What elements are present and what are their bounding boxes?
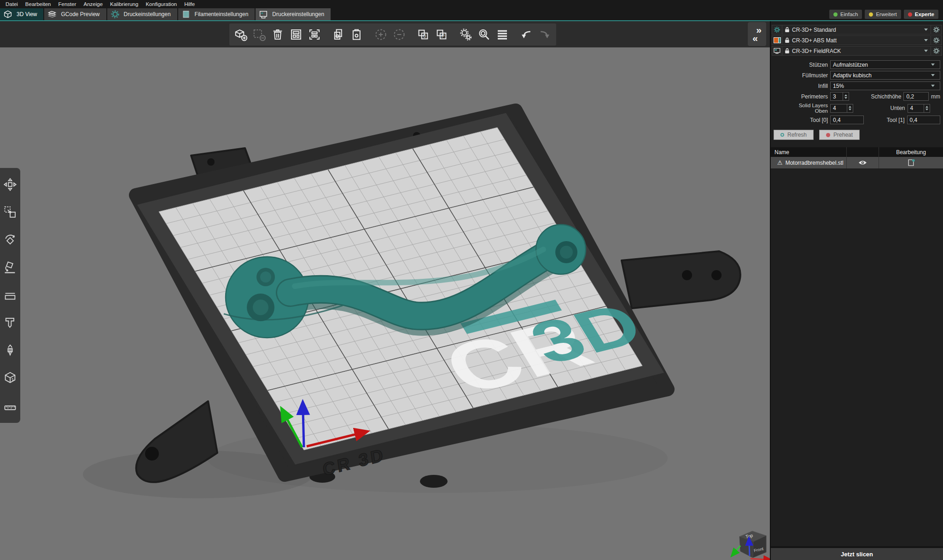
visibility-toggle[interactable] <box>846 157 879 168</box>
seam-tool[interactable] <box>0 365 20 391</box>
print-profile-select[interactable]: CR-3D+ Standard <box>772 25 942 35</box>
name-column-header: Name <box>771 149 846 156</box>
spinner-arrows[interactable] <box>847 104 853 112</box>
undo-button[interactable] <box>518 25 535 44</box>
cube-icon <box>1 9 14 20</box>
z-axis-arrow <box>303 410 304 447</box>
schichthoehe-input[interactable]: 0,2 <box>903 92 929 101</box>
place-on-face-tool[interactable] <box>0 254 20 280</box>
tab-filamenteinstellungen[interactable]: Filamenteinstellungen <box>178 8 255 20</box>
menu-fenster[interactable]: Fenster <box>54 1 80 7</box>
arrange-button[interactable] <box>287 25 305 44</box>
split-to-objects-button[interactable]: 0 <box>414 25 432 44</box>
object-row-motorradbremshebel[interactable]: ⚠ Motorradbremshebel.stl <box>771 157 943 168</box>
menu-kalibrierung[interactable]: Kalibrierung <box>106 1 142 7</box>
spinner-arrows[interactable] <box>924 104 930 112</box>
mount-hole <box>711 270 722 280</box>
menu-bar: Datei Bearbeiten Fenster Anzeige Kalibri… <box>0 0 943 8</box>
paint-supports-tool[interactable] <box>0 337 20 363</box>
remove-object-button[interactable] <box>250 25 268 44</box>
mode-erweitert[interactable]: Erweitert <box>865 10 901 19</box>
menu-anzeige[interactable]: Anzeige <box>80 1 106 7</box>
edit-object-button[interactable] <box>879 157 943 168</box>
cut-tool[interactable] <box>0 310 20 335</box>
mode-einfach[interactable]: Einfach <box>829 10 862 19</box>
solid-layers-unten-stepper[interactable]: 4 <box>908 104 931 113</box>
spinner-arrows[interactable] <box>843 92 849 100</box>
tab-gcode-preview[interactable]: GCode Preview <box>44 8 106 20</box>
slice-now-button[interactable]: Jetzt slicen <box>771 546 943 560</box>
chevron-down-icon <box>931 85 935 87</box>
model-hole-small <box>260 271 271 283</box>
collapse-panel-button[interactable]: » « <box>748 22 766 46</box>
quick-settings: Stützen Aufmalstützen Füllmuster Adaptiv… <box>771 57 943 125</box>
solid-layers-label: Solid LayersOben <box>774 103 828 114</box>
printer-profile-gear-button[interactable] <box>931 46 942 55</box>
rotate-tool[interactable] <box>0 227 20 253</box>
printer-profile-select[interactable]: CR-3D+ FieldRACK <box>772 46 942 56</box>
arrange-selected-button[interactable] <box>306 25 323 44</box>
tab-druckereinstellungen[interactable]: Druckereinstellungen <box>256 8 331 20</box>
infill-select[interactable]: 15% <box>830 81 940 90</box>
flatten-tool[interactable] <box>0 282 20 308</box>
unten-label: Unten <box>856 105 905 111</box>
fuellmuster-select[interactable]: Adaptiv kubisch <box>830 71 940 80</box>
menu-konfiguration[interactable]: Konfiguration <box>142 1 180 7</box>
svg-text:P: P <box>442 34 445 39</box>
mode-experte[interactable]: Experte <box>904 10 938 19</box>
3d-viewport[interactable]: CR 3D CR 3D <box>0 21 770 560</box>
preheat-button[interactable]: Preheat <box>819 130 860 140</box>
tool1-input[interactable]: 0,4 <box>907 115 941 124</box>
nav-z-axis <box>749 543 750 556</box>
move-tool[interactable] <box>0 172 20 197</box>
settings-panel: CR-3D+ Standard CR-3D+ ABS Matt <box>770 21 943 560</box>
schichthoehe-label: Schichthöhe <box>851 93 901 100</box>
tool1-value: 0,4 <box>910 117 918 123</box>
nav-cube[interactable]: Top Front <box>735 531 766 560</box>
stuetzen-label: Stützen <box>774 62 828 68</box>
mode-label: Erweitert <box>876 12 896 17</box>
measure-tool[interactable] <box>0 393 20 418</box>
warning-icon: ⚠ <box>777 159 783 166</box>
redo-button[interactable] <box>536 25 553 44</box>
delete-all-button[interactable] <box>269 25 286 44</box>
menu-hilfe[interactable]: Hilfe <box>180 1 198 7</box>
perimeters-stepper[interactable]: 3 <box>830 92 849 101</box>
printer-profile-name: CR-3D+ FieldRACK <box>792 48 924 54</box>
stuetzen-value: Aufmalstützen <box>833 62 868 68</box>
refresh-button[interactable]: Refresh <box>774 130 814 140</box>
menu-bearbeiten[interactable]: Bearbeiten <box>22 1 55 7</box>
printer-profile-icon <box>772 46 782 55</box>
stuetzen-select[interactable]: Aufmalstützen <box>830 60 940 69</box>
schichthoehe-unit: mm <box>931 93 940 100</box>
copy-button[interactable] <box>330 25 347 44</box>
tab-druckeinstellungen[interactable]: Druckeinstellungen <box>107 8 177 20</box>
variable-settings-button[interactable] <box>457 25 474 44</box>
solid-layers-oben-stepper[interactable]: 4 <box>830 104 853 113</box>
print-profile-gear-button[interactable] <box>931 25 942 34</box>
yellow-dot-icon <box>869 12 873 17</box>
filament-color-icon <box>772 36 782 45</box>
printer-icon <box>257 9 270 20</box>
refresh-label: Refresh <box>787 132 807 138</box>
split-to-parts-button[interactable]: P <box>433 25 450 44</box>
scale-tool[interactable] <box>0 199 20 225</box>
fuellmuster-label: Füllmuster <box>774 72 828 79</box>
menu-datei[interactable]: Datei <box>2 1 22 7</box>
chevron-down-icon <box>924 39 928 41</box>
tool0-input[interactable]: 0,4 <box>830 115 864 124</box>
filament-profile-gear-button[interactable] <box>931 36 942 45</box>
add-object-button[interactable] <box>232 25 250 44</box>
remove-instance-button[interactable] <box>390 25 408 44</box>
visibility-column-header <box>846 147 879 157</box>
search-button[interactable] <box>475 25 493 44</box>
filament-profile-select[interactable]: CR-3D+ ABS Matt <box>772 35 942 45</box>
edit-document-icon <box>907 159 915 167</box>
chevron-down-icon <box>931 74 935 76</box>
chevron-down-icon <box>931 64 935 66</box>
tab-3d-view[interactable]: 3D View <box>0 8 43 20</box>
paste-button[interactable] <box>348 25 366 44</box>
add-instance-button[interactable] <box>372 25 390 44</box>
left-tool-column <box>0 168 20 423</box>
layer-editing-button[interactable] <box>494 25 511 44</box>
